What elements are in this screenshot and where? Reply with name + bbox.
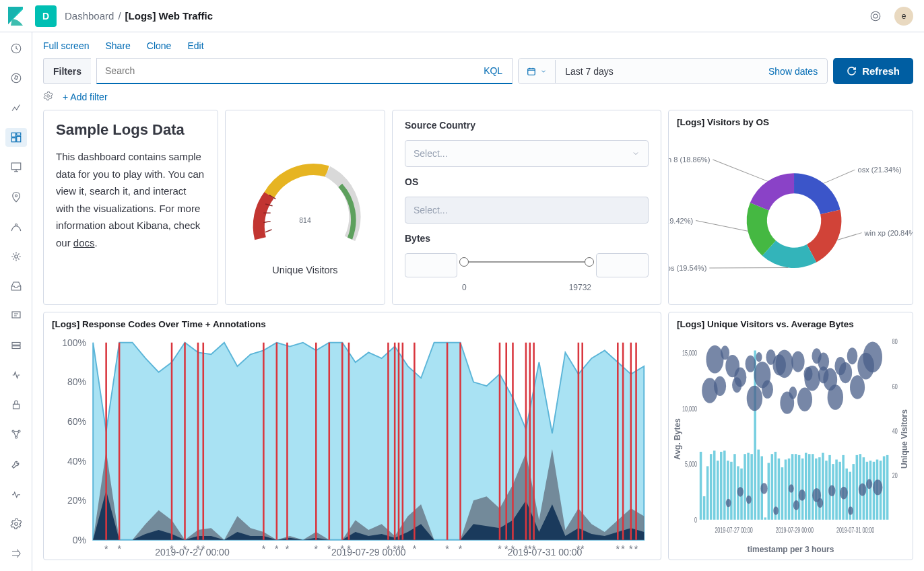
docs-link[interactable]: docs [73, 237, 95, 248]
nav-management-icon[interactable] [5, 514, 27, 533]
os-select[interactable]: Select... [405, 197, 649, 224]
svg-rect-142 [781, 467, 784, 520]
toolbar: Full screen Share Clone Edit [32, 32, 924, 51]
svg-text:20%: 20% [67, 495, 86, 506]
nav-security-icon[interactable] [5, 395, 27, 414]
bytes-min-label: 0 [462, 283, 467, 292]
svg-point-189 [762, 380, 773, 399]
svg-text:*: * [275, 543, 279, 554]
nav-devtools-icon[interactable] [5, 455, 27, 474]
search-input[interactable] [97, 59, 474, 83]
svg-point-217 [859, 483, 867, 496]
kql-toggle[interactable]: KQL [474, 65, 512, 76]
svg-text:*: * [629, 543, 633, 554]
breadcrumb-root[interactable]: Dashboard [65, 10, 114, 22]
gauge-value: 814 [299, 217, 311, 224]
svg-point-186 [756, 352, 762, 362]
newsfeed-icon[interactable] [865, 5, 886, 27]
nav-logs-icon[interactable] [5, 277, 27, 296]
svg-rect-120 [706, 466, 709, 519]
nav-ml-icon[interactable] [5, 217, 27, 236]
svg-rect-118 [700, 452, 702, 520]
svg-rect-8 [11, 163, 21, 170]
source-country-select[interactable]: Select... [405, 140, 649, 167]
svg-rect-133 [750, 454, 753, 520]
gauge-chart: 814 [241, 146, 369, 261]
avatar[interactable]: e [894, 7, 913, 26]
nav-canvas-icon[interactable] [5, 158, 27, 176]
nav-expand-icon[interactable] [5, 544, 27, 563]
nav-monitoring-icon[interactable] [5, 485, 27, 504]
svg-point-21 [47, 95, 50, 98]
svg-point-200 [797, 388, 812, 411]
svg-point-18 [15, 436, 17, 438]
svg-rect-139 [771, 454, 774, 520]
nav-uptime-icon[interactable] [5, 336, 27, 355]
nav-discover-icon[interactable] [5, 69, 27, 88]
full-screen-link[interactable]: Full screen [43, 40, 89, 51]
svg-text:win xp (20.84%): win xp (20.84%) [864, 229, 913, 237]
donut-chart: osx (21.34%)win xp (20.84%)ios (19.54%)w… [669, 130, 913, 304]
clone-link[interactable]: Clone [147, 40, 172, 51]
breadcrumb-current: [Logs] Web Traffic [125, 10, 213, 22]
source-country-label: Source Country [405, 120, 649, 131]
svg-point-212 [840, 487, 848, 500]
svg-rect-150 [808, 454, 811, 520]
svg-text:*: * [459, 543, 463, 554]
svg-rect-154 [822, 453, 824, 520]
svg-text:*: * [286, 543, 290, 554]
svg-point-185 [747, 386, 762, 411]
svg-text:2019-07-29 00:00: 2019-07-29 00:00 [331, 547, 406, 558]
edit-link[interactable]: Edit [187, 40, 203, 51]
filters-label[interactable]: Filters [43, 58, 91, 84]
nav-siem-icon[interactable] [5, 366, 27, 384]
svg-point-210 [828, 384, 843, 409]
svg-rect-135 [757, 450, 760, 520]
svg-rect-123 [717, 461, 719, 520]
bytes-slider[interactable] [464, 255, 589, 276]
svg-point-183 [746, 496, 752, 504]
svg-text:osx (21.34%): osx (21.34%) [858, 166, 902, 174]
nav-visualize-icon[interactable] [5, 98, 27, 117]
svg-point-1 [873, 14, 878, 18]
kibana-logo[interactable] [5, 5, 27, 27]
svg-text:*: * [445, 543, 449, 554]
show-dates-link[interactable]: Show dates [759, 66, 827, 77]
share-link[interactable]: Share [105, 40, 130, 51]
bytes-max-input[interactable] [596, 253, 649, 277]
bubbles-panel: [Logs] Unique Visitors vs. Average Bytes… [668, 312, 913, 560]
gauge-panel: 814 Unique Visitors [225, 110, 385, 305]
svg-text:0: 0 [694, 515, 697, 524]
space-selector[interactable]: D [35, 5, 57, 27]
bytes-min-input[interactable] [405, 253, 457, 277]
timestamp-label: timestamp per 3 hours [669, 545, 913, 560]
svg-line-27 [824, 170, 855, 183]
svg-point-182 [734, 368, 746, 387]
svg-text:60: 60 [892, 382, 898, 391]
nav-maps-icon[interactable] [5, 188, 27, 207]
svg-point-3 [11, 73, 21, 83]
bytes-label: Bytes [405, 233, 649, 244]
bytes-max-label: 19732 [569, 283, 591, 292]
filter-options-icon[interactable] [43, 91, 53, 103]
svg-rect-143 [785, 459, 787, 519]
svg-rect-4 [11, 133, 15, 137]
date-quick-select[interactable] [519, 60, 556, 83]
intro-title: Sample Logs Data [56, 121, 205, 139]
svg-rect-7 [11, 138, 15, 142]
date-range-text[interactable]: Last 7 days [556, 66, 759, 77]
add-filter-link[interactable]: + Add filter [63, 92, 108, 102]
breadcrumb: Dashboard / [Logs] Web Traffic [65, 10, 213, 22]
svg-rect-153 [818, 457, 821, 520]
svg-point-214 [848, 506, 853, 514]
svg-rect-20 [528, 68, 535, 74]
svg-text:40: 40 [892, 426, 898, 435]
nav-infrastructure-icon[interactable] [5, 247, 27, 266]
nav-apm-icon[interactable] [5, 306, 27, 325]
nav-graph-icon[interactable] [5, 425, 27, 444]
nav-recent-icon[interactable] [5, 39, 27, 58]
svg-point-0 [871, 11, 880, 21]
svg-point-175 [706, 345, 723, 374]
nav-dashboard-icon[interactable] [5, 128, 27, 147]
refresh-button[interactable]: Refresh [833, 58, 913, 84]
